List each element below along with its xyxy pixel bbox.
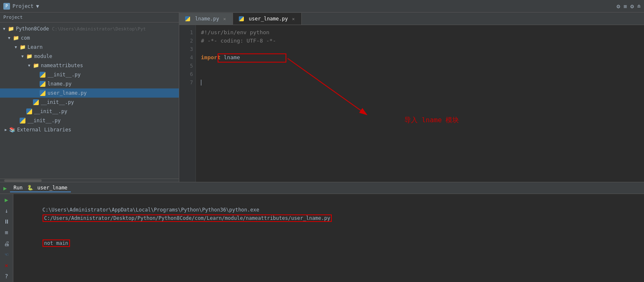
line-numbers: 1 2 3 4 5 6 7 (179, 25, 196, 182)
tab-lname[interactable]: lname.py ✕ (179, 13, 233, 25)
module-arrow (20, 54, 25, 59)
sidebar-item-init3[interactable]: __init__.py (0, 107, 179, 116)
terminal-output: C:\Users\Administrator\AppData\Local\Pro… (13, 194, 644, 282)
ext-libs-arrow (3, 127, 8, 132)
title-bar: P Project ▼ ⚙ ≡ ⚙ ≐ (0, 0, 644, 13)
sidebar-item-init4[interactable]: __init__.py (0, 116, 179, 125)
terminal-output-line1: not main (18, 231, 639, 256)
ext-libs-label: External Libraries (17, 127, 71, 133)
user-lname-label: user_lname.py (48, 90, 87, 96)
print-button[interactable]: 🖨 (2, 239, 11, 248)
init4-python-icon (19, 117, 26, 124)
not-main-text: not main (43, 239, 70, 247)
sidebar-scrollbar[interactable] (0, 179, 179, 182)
nameattributes-folder-icon (33, 62, 39, 69)
bottom-tab-run[interactable]: Run 🐍 user_lname (10, 184, 70, 192)
sidebar-item-init1[interactable]: __init__.py (0, 70, 179, 79)
init3-label: __init__.py (34, 108, 67, 114)
sidebar-item-lname[interactable]: lname.py (0, 79, 179, 88)
root-label: Python8Code C:\Users\Administrator\Deskt… (16, 26, 146, 32)
sidebar-item-init2[interactable]: __init__.py (0, 98, 179, 107)
lname-tab-icon (184, 15, 191, 22)
shebang-text: #!/usr/bin/env python (201, 28, 269, 37)
lname-label: lname.py (48, 81, 72, 87)
init3-arrow (20, 109, 25, 114)
cmd-exe-path: C:\Users\Administrator\AppData\Local\Pro… (43, 207, 259, 213)
bottom-content: ▶ ↓ ⏸ ≡ 🖨 ☜ ✕ ? C:\Users\Administrator\A… (0, 194, 644, 282)
tab-user-lname[interactable]: user_lname.py ✕ (233, 13, 302, 25)
bottom-tabs: ▶ Run 🐍 user_lname (0, 182, 644, 194)
sidebar-item-com[interactable]: com (0, 33, 179, 43)
user-lname-python-icon (39, 90, 46, 96)
import-annotation-text: 导入 lname 模块 (404, 116, 459, 124)
run-tab-icon: ▶ (3, 185, 7, 191)
project-label: Project (13, 3, 34, 9)
bottom-sidebar: ▶ ↓ ⏸ ≡ 🖨 ☜ ✕ ? (0, 194, 13, 282)
list-button[interactable]: ≡ (2, 228, 11, 237)
build-icon[interactable]: ⚙ (630, 3, 634, 10)
sidebar-scrollbar-thumb[interactable] (4, 179, 42, 182)
code-line-7 (201, 78, 639, 87)
tree-area[interactable]: Python8Code C:\Users\Administrator\Deskt… (0, 23, 179, 179)
user-lname-tab-close[interactable]: ✕ (291, 16, 296, 22)
init1-arrow (33, 72, 38, 77)
delete-button[interactable]: ✕ (2, 261, 11, 269)
sidebar-header: Project (0, 13, 179, 23)
tab-bar: lname.py ✕ user_lname.py ✕ (179, 13, 644, 25)
down-button[interactable]: ↓ (2, 206, 11, 215)
learn-folder-icon (19, 44, 26, 50)
project-dropdown-arrow[interactable]: ▼ (36, 3, 39, 9)
init2-arrow (27, 100, 32, 105)
init1-label: __init__.py (48, 72, 80, 78)
coding-comment: # -*- coding: UTF-8 -*- (201, 37, 276, 45)
code-line-2: # -*- coding: UTF-8 -*- (201, 37, 639, 45)
sidebar-item-module[interactable]: module (0, 52, 179, 61)
sidebar-item-external-libs[interactable]: 📚 External Libraries (0, 125, 179, 134)
code-line-1: #!/usr/bin/env python (201, 28, 639, 37)
ext-libs-icon: 📚 (9, 127, 15, 133)
project-icon: P (3, 3, 10, 10)
init4-label: __init__.py (28, 118, 60, 123)
lname-tab-label: lname.py (195, 16, 219, 22)
hand-button[interactable]: ☜ (2, 250, 11, 259)
question-button[interactable]: ? (2, 272, 11, 280)
terminal-output-line2: Process finished with exit code 0 (18, 256, 639, 282)
learn-label: Learn (28, 44, 43, 50)
play-button[interactable]: ▶ (2, 196, 11, 204)
code-line-3 (201, 45, 639, 53)
user-lname-tab-icon (238, 15, 245, 22)
bookmark-icon[interactable]: ≡ (624, 3, 627, 10)
pause-button[interactable]: ⏸ (2, 217, 11, 226)
code-editor[interactable]: 1 2 3 4 5 6 7 #!/usr/bin/env python # -*… (179, 25, 644, 182)
code-content[interactable]: #!/usr/bin/env python # -*- coding: UTF-… (196, 25, 644, 182)
run-config-icon[interactable]: ≐ (637, 3, 641, 10)
editor-area: lname.py ✕ user_lname.py ✕ 1 2 3 4 5 6 7 (179, 13, 644, 182)
sidebar-item-user-lname[interactable]: user_lname.py (0, 88, 179, 98)
init4-arrow (13, 118, 18, 123)
module-label: module (34, 53, 52, 59)
init2-python-icon (33, 99, 39, 106)
module-name: lname (221, 53, 240, 62)
nameattributes-label: nameattributes (41, 63, 83, 68)
sidebar-item-nameattributes[interactable]: nameattributes (0, 61, 179, 70)
user-lname-arrow (33, 91, 38, 96)
lname-tab-close[interactable]: ✕ (222, 16, 228, 22)
title-bar-actions: ⚙ ≡ ⚙ ≐ (616, 3, 641, 10)
project-root-item[interactable]: Python8Code C:\Users\Administrator\Deskt… (0, 24, 179, 33)
cmd-path-box: C:/Users/Administrator/Desktop/Python/Py… (43, 214, 332, 222)
sidebar: Project Python8Code C:\Users\Administrat… (0, 13, 179, 182)
com-folder-icon (13, 35, 19, 41)
nameattributes-arrow (27, 63, 32, 68)
settings-icon[interactable]: ⚙ (616, 3, 620, 10)
learn-arrow (13, 45, 18, 50)
text-cursor (201, 80, 201, 86)
lname-python-icon (39, 81, 46, 87)
import-keyword: import (201, 53, 221, 62)
sidebar-item-learn[interactable]: Learn (0, 43, 179, 52)
user-lname-tab-label: user_lname.py (249, 16, 288, 22)
init2-label: __init__.py (41, 99, 74, 105)
code-line-5 (201, 62, 639, 70)
root-folder-icon (8, 25, 14, 32)
lname-arrow (33, 81, 38, 86)
module-folder-icon (26, 53, 33, 60)
